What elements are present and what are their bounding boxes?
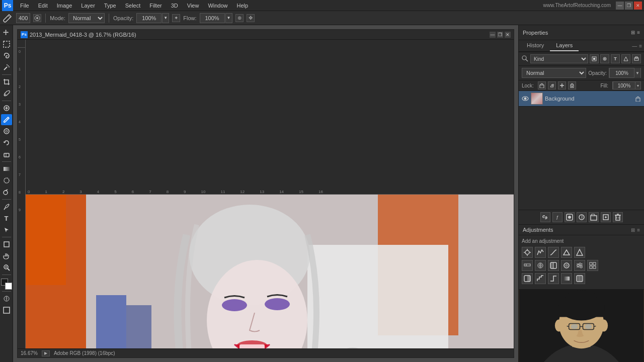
type-tool[interactable]: T — [1, 213, 12, 224]
layer-fx-btn[interactable]: ƒ — [552, 212, 562, 222]
lock-transparent-btn[interactable] — [538, 81, 546, 89]
stylus-btn[interactable]: ⊕ — [235, 14, 244, 22]
adj-threshold-btn[interactable] — [548, 273, 559, 284]
layer-opacity-input[interactable] — [609, 68, 634, 78]
menu-select[interactable]: Select — [121, 2, 145, 10]
brush-tool[interactable] — [1, 114, 12, 125]
blend-mode-select[interactable]: Normal Dissolve Darken Multiply Color Bu… — [522, 68, 586, 78]
menu-window[interactable]: Window — [204, 2, 231, 10]
eraser-tool[interactable] — [1, 149, 12, 160]
layer-link-btn[interactable] — [540, 212, 550, 222]
clone-stamp-tool[interactable] — [1, 126, 12, 137]
filter-adjust-btn[interactable] — [600, 54, 609, 63]
menu-image[interactable]: Image — [53, 2, 76, 10]
adj-expand-btn[interactable]: ⊞ — [631, 227, 635, 233]
mode-dropdown[interactable]: Normal Dissolve Darken Multiply Overlay — [68, 13, 105, 23]
menu-layer[interactable]: Layer — [77, 2, 99, 10]
crop-tool[interactable] — [1, 76, 12, 87]
menu-help[interactable]: Help — [233, 2, 253, 10]
close-btn[interactable]: ✕ — [634, 2, 642, 10]
flow-toggle-btn[interactable]: ▼ — [225, 13, 232, 23]
menu-filter[interactable]: Filter — [145, 2, 166, 10]
airbrush-btn[interactable]: ✦ — [172, 14, 180, 22]
path-select-tool[interactable] — [1, 224, 12, 235]
screen-mode-btn[interactable] — [1, 305, 12, 316]
layer-new-btn[interactable] — [601, 212, 611, 222]
filter-smart-btn[interactable] — [632, 54, 641, 63]
layer-mask-btn[interactable] — [565, 212, 575, 222]
move-tool[interactable] — [1, 27, 12, 38]
opacity-chevron[interactable]: ▼ — [634, 68, 640, 78]
adj-exposure-btn[interactable] — [561, 247, 572, 258]
lock-position-btn[interactable] — [558, 81, 566, 89]
layer-visibility-eye[interactable] — [522, 95, 529, 102]
menu-edit[interactable]: Edit — [34, 2, 52, 10]
doc-close-btn[interactable]: ✕ — [505, 32, 511, 38]
rectangular-marquee-tool[interactable] — [1, 39, 12, 50]
opacity-field[interactable]: ▼ — [136, 13, 169, 23]
properties-expand-btn[interactable]: ⊞ — [631, 30, 635, 35]
status-info-btn[interactable]: ▶ — [42, 350, 50, 356]
minimize-btn[interactable]: — — [616, 2, 624, 10]
tab-history[interactable]: History — [521, 40, 550, 51]
adj-channel-mixer-btn[interactable] — [574, 260, 585, 271]
brush-picker-btn[interactable] — [33, 14, 41, 22]
filter-shape-btn[interactable] — [621, 54, 630, 63]
filter-pixel-btn[interactable] — [590, 54, 599, 63]
layer-opacity-field[interactable]: ▼ — [609, 68, 641, 78]
shape-tool[interactable] — [1, 239, 12, 250]
layer-fill-field[interactable]: ▼ — [612, 81, 641, 89]
zoom-tool[interactable] — [1, 262, 12, 273]
layers-kind-select[interactable]: Kind Name Effect Mode Attribute Color — [530, 54, 588, 63]
tab-layers[interactable]: Layers — [550, 40, 579, 51]
healing-brush-tool[interactable] — [1, 103, 12, 114]
menu-3d[interactable]: 3D — [167, 2, 182, 10]
dodge-tool[interactable] — [1, 187, 12, 198]
filter-type-btn[interactable]: T — [611, 54, 620, 63]
opacity-input[interactable] — [136, 13, 162, 23]
properties-menu-btn[interactable]: ≡ — [637, 30, 640, 35]
adj-menu-btn[interactable]: ≡ — [637, 227, 640, 233]
adj-vibrance-btn[interactable] — [574, 247, 585, 258]
doc-maximize-btn[interactable]: ❐ — [497, 32, 503, 38]
brush-size-field[interactable]: 400 — [16, 13, 30, 23]
background-color[interactable] — [5, 283, 12, 290]
flow-field[interactable]: ▼ — [200, 13, 232, 23]
adj-selective-color-btn[interactable] — [574, 273, 585, 284]
brush-preset-icon[interactable] — [33, 14, 41, 22]
adj-bw-btn[interactable] — [548, 260, 559, 271]
adj-levels-btn[interactable] — [535, 247, 546, 258]
adj-photo-filter-btn[interactable] — [561, 260, 572, 271]
adj-curves-btn[interactable] — [548, 247, 559, 258]
eyedropper-tool[interactable] — [1, 88, 12, 99]
maximize-btn[interactable]: ❐ — [625, 2, 633, 10]
menu-type[interactable]: Type — [100, 2, 120, 10]
layer-group-btn[interactable] — [589, 212, 599, 222]
clone-btn[interactable]: ✥ — [247, 14, 255, 22]
lock-all-btn[interactable] — [568, 81, 576, 89]
tab-panel-minimize[interactable]: — — [632, 43, 637, 49]
adj-hue-sat-btn[interactable] — [522, 260, 533, 271]
hand-tool[interactable] — [1, 250, 12, 261]
tab-panel-menu[interactable]: ≡ — [639, 43, 642, 49]
magic-wand-tool[interactable] — [1, 62, 12, 73]
layer-item-background[interactable]: Background — [519, 91, 644, 107]
adj-brightness-btn[interactable] — [522, 247, 533, 258]
lock-image-btn[interactable] — [548, 81, 556, 89]
layer-delete-btn[interactable] — [613, 212, 623, 222]
adj-color-balance-btn[interactable] — [535, 260, 546, 271]
gradient-tool[interactable] — [1, 163, 12, 174]
quick-mask-btn[interactable] — [1, 293, 12, 304]
color-swatches[interactable] — [1, 279, 12, 290]
flow-input[interactable] — [200, 13, 225, 23]
opacity-toggle-btn[interactable]: ▼ — [162, 13, 169, 23]
blur-tool[interactable] — [1, 175, 12, 186]
layer-fill-input[interactable] — [613, 81, 635, 89]
menu-file[interactable]: File — [16, 2, 33, 10]
layer-adjustment-btn[interactable] — [577, 212, 587, 222]
doc-minimize-btn[interactable]: — — [490, 32, 496, 38]
pen-tool[interactable] — [1, 201, 12, 212]
fill-chevron[interactable]: ▼ — [635, 81, 640, 89]
adj-gradient-map-btn[interactable] — [561, 273, 572, 284]
history-brush-tool[interactable] — [1, 137, 12, 148]
